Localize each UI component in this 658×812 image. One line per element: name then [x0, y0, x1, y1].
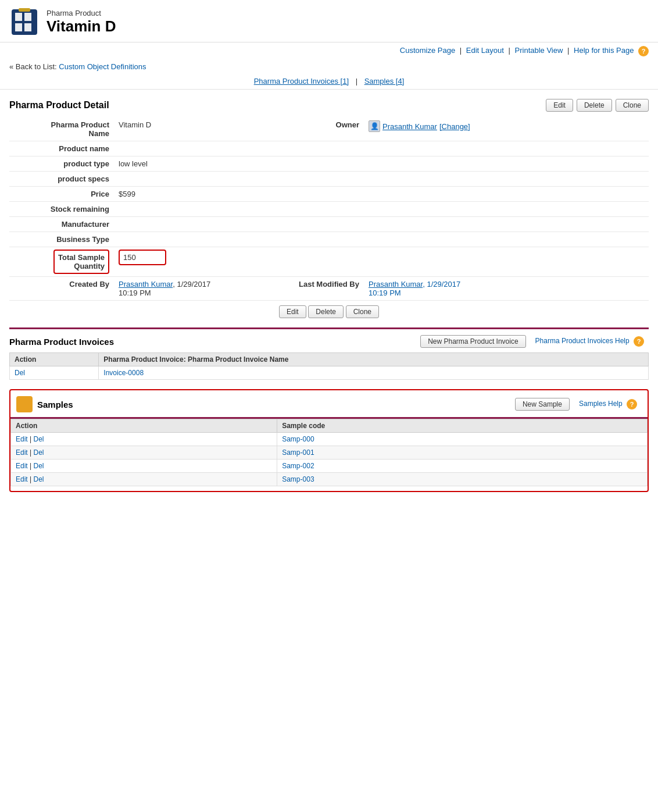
samples-help-link[interactable]: Samples Help	[579, 400, 623, 408]
samples-help: Samples Help ?	[579, 399, 637, 409]
header-titles: Pharma Product Vitamin D	[47, 9, 116, 35]
sample-edit-link[interactable]: Edit	[16, 462, 28, 470]
total-sample-qty-value: 150	[119, 250, 166, 265]
related-tabs: Pharma Product Invoices [1] | Samples [4…	[0, 73, 658, 90]
sample-row: Edit | Del Samp-000	[11, 433, 648, 446]
invoices-table: Action Pharma Product Invoice: Pharma Pr…	[9, 352, 649, 380]
owner-link[interactable]: Prasanth Kumar	[382, 122, 437, 131]
building-icon	[9, 7, 40, 37]
delete-button-bottom[interactable]: Delete	[308, 305, 344, 318]
printable-view-link[interactable]: Printable View	[515, 46, 563, 55]
svg-rect-5	[19, 8, 30, 12]
sample-code-link[interactable]: Samp-002	[282, 462, 314, 470]
sample-row: Edit | Del Samp-002	[11, 460, 648, 473]
invoices-header: Pharma Product Invoices New Pharma Produ…	[9, 329, 649, 352]
invoices-help: Pharma Product Invoices Help ?	[535, 336, 644, 347]
field-total-sample-quantity: Total SampleQuantity 150	[9, 247, 649, 277]
sample-code-link[interactable]: Samp-003	[282, 475, 314, 483]
last-modified-link[interactable]: Prasanth Kumar	[369, 280, 423, 289]
help-link[interactable]: Help for this Page	[574, 46, 634, 55]
back-prefix: « Back to List:	[9, 62, 57, 71]
samples-col-action: Action	[11, 419, 277, 433]
field-created-modified: Created By Prasanth Kumar, 1/29/2017 10:…	[9, 277, 649, 301]
last-modified-date: 1/29/2017	[427, 280, 460, 289]
invoice-name-link[interactable]: Invoice-0008	[103, 369, 144, 377]
invoices-section-title: Pharma Product Invoices	[9, 337, 420, 347]
sample-edit-link[interactable]: Edit	[16, 448, 28, 457]
samples-table: Action Sample code Edit | Del Samp-000 E…	[10, 419, 648, 486]
edit-layout-link[interactable]: Edit Layout	[466, 46, 504, 55]
new-invoice-button[interactable]: New Pharma Product Invoice	[420, 335, 525, 348]
sample-del-link[interactable]: Del	[33, 435, 44, 443]
detail-table: Pharma ProductName Vitamin D Owner 👤 Pra…	[9, 117, 649, 301]
owner-change-link[interactable]: [Change]	[439, 122, 470, 131]
samples-help-icon[interactable]: ?	[627, 399, 637, 409]
invoices-col-action: Action	[10, 353, 99, 366]
top-action-buttons: Edit Delete Clone	[546, 99, 649, 112]
created-by-date: 1/29/2017	[177, 280, 210, 289]
edit-button-bottom[interactable]: Edit	[279, 305, 306, 318]
owner-cell: 👤 Prasanth Kumar [Change]	[369, 120, 644, 132]
bottom-action-buttons: Edit Delete Clone	[9, 305, 649, 318]
invoices-col-name: Pharma Product Invoice: Pharma Product I…	[99, 353, 649, 366]
svg-rect-2	[24, 13, 31, 21]
help-icon[interactable]: ?	[638, 46, 649, 56]
tab-pharma-invoices[interactable]: Pharma Product Invoices [1]	[254, 77, 349, 86]
sample-row: Edit | Del Samp-001	[11, 446, 648, 460]
invoices-table-header: Action Pharma Product Invoice: Pharma Pr…	[10, 353, 649, 366]
top-nav: Customize Page | Edit Layout | Printable…	[0, 42, 658, 60]
field-manufacturer: Manufacturer	[9, 217, 649, 232]
invoices-section: Pharma Product Invoices New Pharma Produ…	[9, 327, 649, 380]
sample-del-link[interactable]: Del	[33, 462, 44, 470]
new-sample-button[interactable]: New Sample	[515, 398, 570, 411]
samples-header: Samples New Sample Samples Help ?	[10, 390, 648, 419]
invoice-row: Del Invoice-0008	[10, 366, 649, 380]
last-modified-time: 10:19 PM	[369, 289, 401, 297]
samples-table-header: Action Sample code	[11, 419, 648, 433]
header-subtitle: Pharma Product	[47, 9, 116, 17]
detail-section: Pharma Product Detail Edit Delete Clone …	[9, 99, 649, 318]
tab-samples[interactable]: Samples [4]	[364, 77, 405, 86]
owner-avatar-icon: 👤	[369, 120, 380, 132]
svg-rect-1	[15, 13, 22, 21]
clone-button-top[interactable]: Clone	[616, 99, 649, 112]
sample-edit-link[interactable]: Edit	[16, 475, 28, 483]
delete-button-top[interactable]: Delete	[577, 99, 612, 112]
invoices-help-link[interactable]: Pharma Product Invoices Help	[535, 337, 630, 345]
header-title: Vitamin D	[47, 17, 116, 35]
samples-col-code: Sample code	[277, 419, 648, 433]
back-link: « Back to List: Custom Object Definition…	[0, 60, 658, 73]
field-stock-remaining: Stock remaining	[9, 202, 649, 217]
sample-code-link[interactable]: Samp-001	[282, 448, 314, 457]
sample-code-link[interactable]: Samp-000	[282, 435, 314, 443]
sample-row: Edit | Del Samp-003	[11, 473, 648, 486]
sample-edit-link[interactable]: Edit	[16, 435, 28, 443]
section-header: Pharma Product Detail Edit Delete Clone	[9, 99, 649, 112]
field-product-type: product type low level	[9, 156, 649, 172]
detail-section-title: Pharma Product Detail	[9, 100, 546, 111]
field-product-specs: product specs	[9, 172, 649, 187]
sample-del-link[interactable]: Del	[33, 475, 44, 483]
samples-folder-icon	[16, 396, 33, 412]
created-by-link[interactable]: Prasanth Kumar	[119, 280, 173, 289]
total-sample-qty-label: Total SampleQuantity	[53, 250, 109, 274]
sample-del-link[interactable]: Del	[33, 448, 44, 457]
field-price: Price $599	[9, 187, 649, 202]
samples-section: Samples New Sample Samples Help ? Action…	[9, 389, 649, 492]
svg-rect-4	[24, 23, 31, 31]
customize-page-link[interactable]: Customize Page	[400, 46, 455, 55]
created-by-time: 10:19 PM	[119, 289, 151, 297]
field-business-type: Business Type	[9, 232, 649, 247]
samples-title-row: Samples	[16, 396, 515, 412]
back-link-anchor[interactable]: Custom Object Definitions	[59, 62, 146, 71]
samples-section-title: Samples	[37, 400, 73, 409]
invoice-del-link[interactable]: Del	[15, 369, 25, 377]
field-pharma-product-name: Pharma ProductName Vitamin D Owner 👤 Pra…	[9, 117, 649, 141]
field-product-name: Product name	[9, 141, 649, 156]
clone-button-bottom[interactable]: Clone	[346, 305, 379, 318]
page-header: Pharma Product Vitamin D	[0, 0, 658, 42]
invoices-help-icon[interactable]: ?	[634, 336, 644, 347]
svg-rect-3	[15, 23, 22, 31]
edit-button-top[interactable]: Edit	[546, 99, 573, 112]
